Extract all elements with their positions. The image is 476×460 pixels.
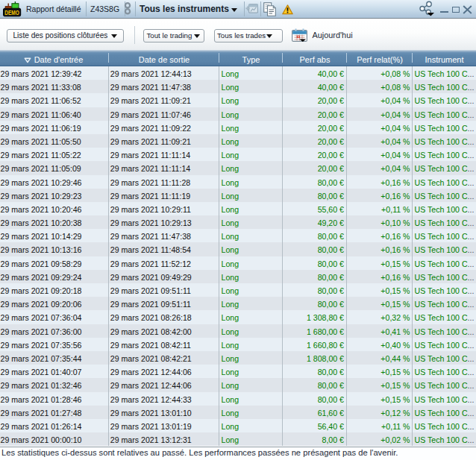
svg-text:DEMO: DEMO bbox=[4, 9, 19, 16]
